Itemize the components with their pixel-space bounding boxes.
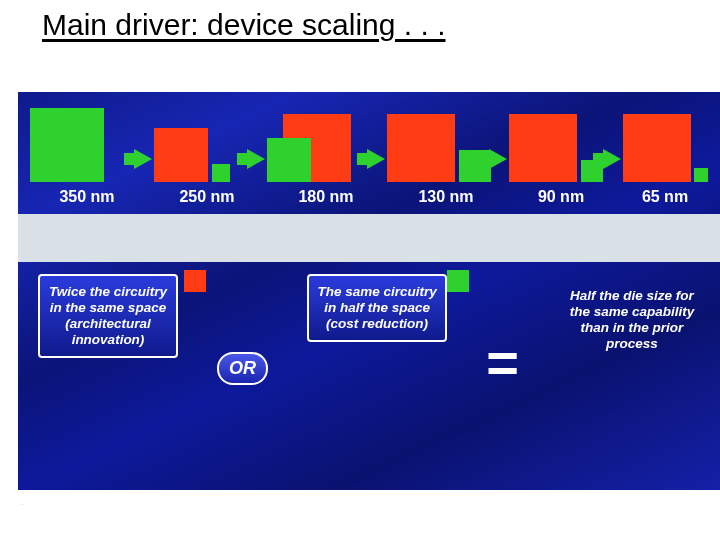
arrow-icon xyxy=(603,149,621,169)
caption-box-result: Half the die size for the same capabilit… xyxy=(558,274,706,360)
orange-square xyxy=(387,114,455,182)
caption-box-cost: The same circuitry in half the space (co… xyxy=(307,274,447,342)
green-square xyxy=(212,164,230,182)
process-node-row xyxy=(30,108,710,182)
footer-dot: . xyxy=(22,500,23,506)
node-label: 350 nm xyxy=(26,188,148,210)
node-250nm xyxy=(154,108,248,182)
node-label: 65 nm xyxy=(616,188,714,210)
node-180nm xyxy=(267,108,369,182)
slide-title: Main driver: device scaling . . . xyxy=(42,8,446,42)
scaling-diagram-panel: 350 nm 250 nm 180 nm 130 nm 90 nm 65 nm … xyxy=(18,92,720,490)
node-350nm xyxy=(30,108,136,182)
green-square xyxy=(30,108,104,182)
caption-text: Twice the circuitry in the same space (a… xyxy=(49,284,167,347)
equals-icon: = xyxy=(486,335,519,391)
node-label: 180 nm xyxy=(266,188,386,210)
caption-box-architecture: Twice the circuitry in the same space (a… xyxy=(38,274,178,358)
green-square xyxy=(694,168,708,182)
orange-square xyxy=(154,128,208,182)
orange-square xyxy=(509,114,577,182)
node-label: 90 nm xyxy=(506,188,616,210)
orange-square xyxy=(623,114,691,182)
arrow-icon xyxy=(134,149,152,169)
green-square-icon xyxy=(447,270,469,292)
arrow-icon xyxy=(367,149,385,169)
caption-text: Half the die size for the same capabilit… xyxy=(570,288,695,351)
node-90nm xyxy=(509,108,605,182)
or-operator-pill: OR xyxy=(217,352,268,385)
node-130nm xyxy=(387,108,491,182)
gray-band xyxy=(18,214,720,262)
caption-text: The same circuitry in half the space (co… xyxy=(317,284,436,331)
node-label: 130 nm xyxy=(386,188,506,210)
benefits-row: Twice the circuitry in the same space (a… xyxy=(38,274,706,424)
node-65nm xyxy=(623,108,710,182)
orange-square-icon xyxy=(184,270,206,292)
arrow-icon xyxy=(247,149,265,169)
arrow-icon xyxy=(489,149,507,169)
process-node-labels: 350 nm 250 nm 180 nm 130 nm 90 nm 65 nm xyxy=(26,188,714,210)
green-square xyxy=(267,138,311,182)
node-label: 250 nm xyxy=(148,188,266,210)
